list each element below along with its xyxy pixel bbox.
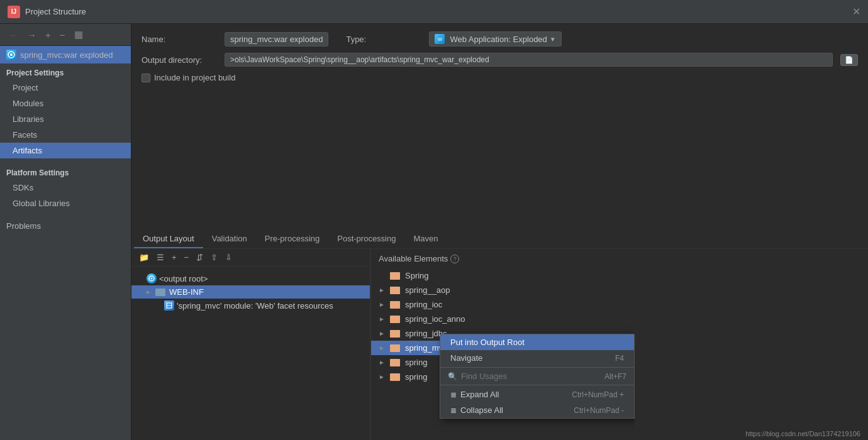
spring3-folder-icon — [390, 373, 400, 381]
avail-item-spring-aop[interactable]: ► spring__aop — [371, 283, 635, 297]
ctx-divider-2 — [440, 385, 634, 385]
ctx-search-row: 🔍 Alt+F7 — [440, 369, 634, 383]
output-dir-label: Output directory: — [142, 55, 217, 65]
folder-add-icon[interactable]: 📁 — [136, 251, 152, 263]
ctx-navigate[interactable]: Navigate F4 — [440, 350, 634, 366]
title-bar-left: IJ Project Structure — [8, 6, 86, 18]
close-button[interactable]: ✕ — [852, 6, 860, 18]
web-inf-folder-icon — [155, 289, 165, 296]
ctx-divider-1 — [440, 367, 634, 368]
browse-button[interactable]: 📄 — [840, 54, 858, 66]
output-root-icon — [147, 273, 157, 283]
ctx-expand-all[interactable]: ≣ Expand All Ctrl+NumPad + — [440, 387, 634, 402]
include-label: Include in project build — [154, 73, 235, 82]
avail-item-spring3-label: spring — [405, 372, 427, 382]
platform-settings-header: Platform Settings — [0, 163, 131, 180]
tree-item-spring-mvc-label: 'spring_mvc' module: 'Web' facet resourc… — [177, 301, 333, 311]
available-elements-title: Available Elements — [379, 254, 448, 263]
available-elements-panel: Available Elements ? Spring ► spring__ao… — [370, 249, 635, 440]
ctx-navigate-label: Navigate — [450, 353, 482, 363]
sidebar-item-sdks[interactable]: SDKs — [0, 180, 131, 195]
sidebar-item-global-libraries[interactable]: Global Libraries — [0, 195, 131, 211]
avail-item-spring[interactable]: Spring — [371, 268, 635, 283]
avail-item-spring-ioc-anno-label: spring_ioc_anno — [405, 314, 465, 324]
move-down-icon[interactable]: ⇩ — [223, 251, 235, 263]
tab-output-layout[interactable]: Output Layout — [134, 230, 203, 248]
name-label: Name: — [142, 35, 217, 44]
tree-item-spring-mvc-module[interactable]: 'spring_mvc' module: 'Web' facet resourc… — [131, 299, 370, 312]
ctx-search-icon: 🔍 — [448, 372, 457, 381]
type-icon: W — [435, 34, 445, 44]
tabs-bar: Output Layout Validation Pre-processing … — [131, 230, 868, 249]
remove-button[interactable]: − — [57, 28, 68, 41]
avail-item-spring2-label: spring — [405, 358, 427, 367]
type-dropdown-arrow-icon: ▼ — [550, 36, 556, 43]
spring-folder-icon — [390, 272, 400, 280]
output-layout-panel: 📁 ☰ + − ⇵ ⇧ ⇩ <output root> — [131, 249, 868, 440]
svg-point-3 — [151, 278, 153, 280]
remove-icon[interactable]: − — [182, 251, 192, 263]
tab-maven[interactable]: Maven — [404, 230, 447, 248]
sidebar-item-project[interactable]: Project — [0, 80, 131, 96]
spring2-folder-icon — [390, 359, 400, 366]
sidebar-item-problems[interactable]: Problems — [0, 216, 131, 236]
spring2-arrow-icon: ► — [379, 359, 386, 366]
help-icon[interactable]: ? — [450, 255, 459, 263]
context-menu: Put into Output Root Navigate F4 🔍 Alt+F… — [440, 334, 635, 419]
sidebar-item-facets[interactable]: Facets — [0, 127, 131, 143]
file-tree-toolbar: 📁 ☰ + − ⇵ ⇧ ⇩ — [131, 249, 370, 267]
ctx-expand-all-shortcut: Ctrl+NumPad + — [572, 390, 624, 399]
type-dropdown[interactable]: W Web Application: Exploded ▼ — [429, 31, 561, 47]
avail-item-spring-label: Spring — [405, 271, 429, 280]
main-layout: ← → + − ▦ spring_mvc:war exploded Projec… — [0, 24, 868, 440]
tree-item-output-root-label: <output root> — [159, 274, 208, 283]
include-checkbox-row: Include in project build — [142, 73, 858, 82]
sidebar-item-artifacts[interactable]: Artifacts — [0, 143, 131, 158]
tab-pre-processing[interactable]: Pre-processing — [256, 230, 328, 248]
add-icon[interactable]: + — [169, 251, 179, 263]
artifact-selected-icon — [6, 50, 16, 60]
output-dir-value[interactable]: >ols\JavaWorkSpace\Spring\spring__aop\ar… — [225, 53, 833, 67]
nav-forward-button[interactable]: → — [25, 28, 39, 41]
artifact-selected-item[interactable]: spring_mvc:war exploded — [0, 46, 131, 63]
avail-item-spring-ioc-anno[interactable]: ► spring_ioc_anno — [371, 312, 635, 326]
sidebar-item-libraries[interactable]: Libraries — [0, 111, 131, 127]
ctx-collapse-all-icon: ≣ — [450, 406, 457, 415]
spring-ioc-anno-arrow-icon: ► — [379, 316, 386, 322]
add-button[interactable]: + — [43, 28, 53, 41]
content-area: Name: spring_mvc:war exploded Type: W We… — [131, 24, 868, 440]
web-inf-arrow-icon: ► — [145, 289, 153, 295]
module-icon — [164, 300, 174, 311]
ctx-find-usages-shortcut: Alt+F7 — [604, 372, 626, 381]
tab-post-processing[interactable]: Post-processing — [328, 230, 404, 248]
spring-aop-folder-icon — [390, 287, 400, 294]
spring-jdbc-folder-icon — [390, 330, 400, 338]
avail-item-spring-ioc[interactable]: ► spring_ioc — [371, 297, 635, 312]
sidebar-item-modules[interactable]: Modules — [0, 96, 131, 111]
spring-ioc-arrow-icon: ► — [379, 301, 386, 308]
nav-back-button[interactable]: ← — [6, 28, 21, 41]
spring-aop-arrow-icon: ► — [379, 287, 386, 294]
spring-jdbc-arrow-icon: ► — [379, 330, 386, 337]
tab-validation[interactable]: Validation — [203, 230, 256, 248]
sort-icon[interactable]: ⇵ — [194, 251, 206, 263]
spring-mvc-arrow-icon: ► — [379, 344, 386, 351]
copy-button[interactable]: ▦ — [72, 28, 86, 41]
output-dir-row: Output directory: >ols\JavaWorkSpace\Spr… — [142, 53, 858, 67]
ctx-find-usages-input[interactable] — [461, 371, 601, 381]
layout-icon[interactable]: ☰ — [154, 251, 167, 263]
include-checkbox[interactable] — [142, 74, 150, 82]
name-value[interactable]: spring_mvc:war exploded — [225, 32, 328, 47]
ctx-put-into-output-root[interactable]: Put into Output Root — [440, 334, 634, 350]
avail-item-spring-aop-label: spring__aop — [405, 285, 450, 295]
available-elements-header: Available Elements ? — [371, 249, 635, 268]
artifact-selected-label: spring_mvc:war exploded — [20, 50, 113, 60]
title-bar: IJ Project Structure ✕ — [0, 0, 868, 24]
spring3-arrow-icon: ► — [379, 373, 386, 380]
move-up-icon[interactable]: ⇧ — [208, 251, 220, 263]
type-value: Web Application: Exploded — [450, 35, 547, 44]
ctx-navigate-shortcut: F4 — [615, 354, 624, 363]
tree-item-web-inf[interactable]: ► WEB-INF — [131, 285, 370, 299]
tree-item-output-root[interactable]: <output root> — [131, 272, 370, 285]
ctx-collapse-all[interactable]: ≣ Collapse All Ctrl+NumPad - — [440, 402, 634, 418]
